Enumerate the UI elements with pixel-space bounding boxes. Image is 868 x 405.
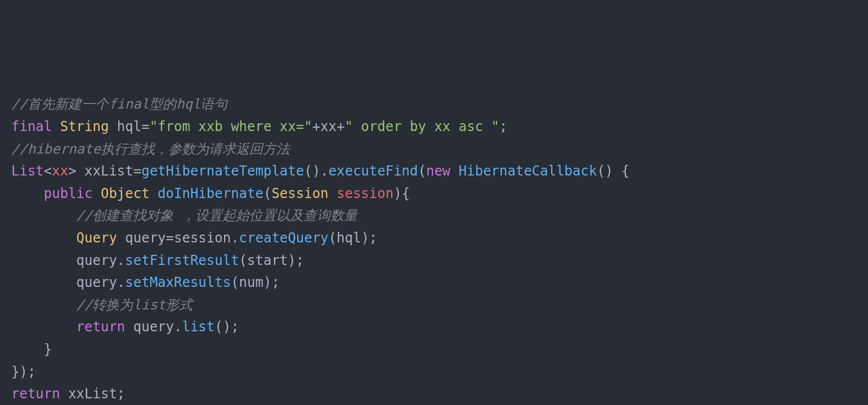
plus: + xyxy=(337,119,344,134)
brace-open: { xyxy=(621,163,629,179)
code-line-3: //hibernate执行查找，参数为请求返回方法 xyxy=(11,141,290,157)
dot: . xyxy=(231,230,239,246)
dot: . xyxy=(117,253,125,268)
method-gethibernatetemplate: getHibernateTemplate xyxy=(141,163,304,179)
comment: //转换为list形式 xyxy=(77,297,193,313)
arg-hql: hql xyxy=(337,230,361,246)
code-line-8: query.setFirstResult(start); xyxy=(11,253,304,268)
generic-xx: xx xyxy=(52,163,68,179)
parens: () xyxy=(214,319,231,335)
paren-open: ( xyxy=(263,186,271,201)
code-line-6: //创建查找对象 ，设置起始位置以及查询数量 xyxy=(11,208,357,223)
paren-close: ) xyxy=(288,253,296,268)
class-hibernatecallback: HibernateCallback xyxy=(459,163,597,179)
type-list: List xyxy=(11,163,44,179)
paren-open: ( xyxy=(231,274,239,290)
var-xx: xx xyxy=(320,119,337,134)
dot: . xyxy=(117,274,125,290)
semicolon: ; xyxy=(231,319,239,335)
keyword-final: final xyxy=(11,119,52,134)
paren-open: ( xyxy=(418,163,426,179)
var-xxlist: xxList xyxy=(68,386,117,402)
code-line-2: final String hql="from xxb where xx="+xx… xyxy=(11,119,507,134)
dot: . xyxy=(174,319,182,335)
keyword-public: public xyxy=(44,186,93,201)
method-createquery: createQuery xyxy=(239,230,329,246)
code-line-7: Query query=session.createQuery(hql); xyxy=(11,230,377,246)
arg-start: start xyxy=(247,253,288,268)
code-line-13: }); xyxy=(11,364,35,380)
semicolon: ; xyxy=(117,386,125,402)
semicolon: ; xyxy=(369,230,377,246)
method-doinhibernate: doInHibernate xyxy=(158,186,263,201)
method-list: list xyxy=(182,319,214,335)
code-line-14: return xxList; xyxy=(11,386,125,402)
code-line-4: List<xx> xxList=getHibernateTemplate().e… xyxy=(11,163,629,179)
arg-num: num xyxy=(239,274,263,290)
code-line-5: public Object doInHibernate(Session sess… xyxy=(11,186,410,201)
keyword-return: return xyxy=(11,386,60,402)
parens: () xyxy=(597,163,613,179)
keyword-new: new xyxy=(426,163,450,179)
method-setmaxresults: setMaxResults xyxy=(125,274,231,290)
param-session: session xyxy=(337,186,393,201)
type-string: String xyxy=(60,119,109,134)
method-executefind: executeFind xyxy=(329,163,418,179)
parens: () xyxy=(304,163,320,179)
var-query: query xyxy=(125,230,165,246)
code-line-12: } xyxy=(11,341,52,357)
plus: + xyxy=(312,119,320,134)
keyword-return: return xyxy=(77,319,126,335)
string-literal: "from xxb where xx=" xyxy=(150,119,312,134)
code-line-11: return query.list(); xyxy=(11,319,239,335)
equals: = xyxy=(141,119,149,134)
var-session: session xyxy=(174,230,231,246)
equals: = xyxy=(133,163,141,179)
paren-open: ( xyxy=(329,230,337,246)
semicolon: ; xyxy=(271,274,279,290)
angle-close: > xyxy=(68,163,76,179)
type-session: Session xyxy=(271,186,328,201)
type-query: Query xyxy=(77,230,117,246)
code-line-9: query.setMaxResults(num); xyxy=(11,274,280,290)
string-literal: " order by xx asc " xyxy=(344,119,499,134)
comment: //创建查找对象 ，设置起始位置以及查询数量 xyxy=(77,208,357,223)
var-query: query xyxy=(77,253,117,268)
paren-open: ( xyxy=(239,253,247,268)
code-editor: //首先新建一个final型的hql语句 final String hql="f… xyxy=(11,93,857,405)
var-hql: hql xyxy=(117,119,141,134)
comment: //hibernate执行查找，参数为请求返回方法 xyxy=(11,141,290,157)
semicolon: ; xyxy=(499,119,507,134)
equals: = xyxy=(166,230,174,246)
paren-close: ) xyxy=(263,274,271,290)
semicolon: ; xyxy=(296,253,304,268)
brace-close: } xyxy=(44,341,52,357)
method-setfirstresult: setFirstResult xyxy=(125,253,239,268)
code-line-1: //首先新建一个final型的hql语句 xyxy=(11,96,228,112)
angle-open: < xyxy=(44,163,52,179)
brace-open: { xyxy=(402,186,410,201)
semicolon: ; xyxy=(28,364,35,380)
var-query: query xyxy=(77,274,117,290)
brace-paren-close: }) xyxy=(11,364,28,380)
var-xxlist: xxList xyxy=(84,163,133,179)
var-query: query xyxy=(133,319,174,335)
paren-close: ) xyxy=(393,186,401,201)
type-object: Object xyxy=(101,186,150,201)
code-line-10: //转换为list形式 xyxy=(11,297,193,313)
paren-close: ) xyxy=(361,230,369,246)
comment: //首先新建一个final型的hql语句 xyxy=(11,96,228,112)
dot: . xyxy=(320,163,328,179)
